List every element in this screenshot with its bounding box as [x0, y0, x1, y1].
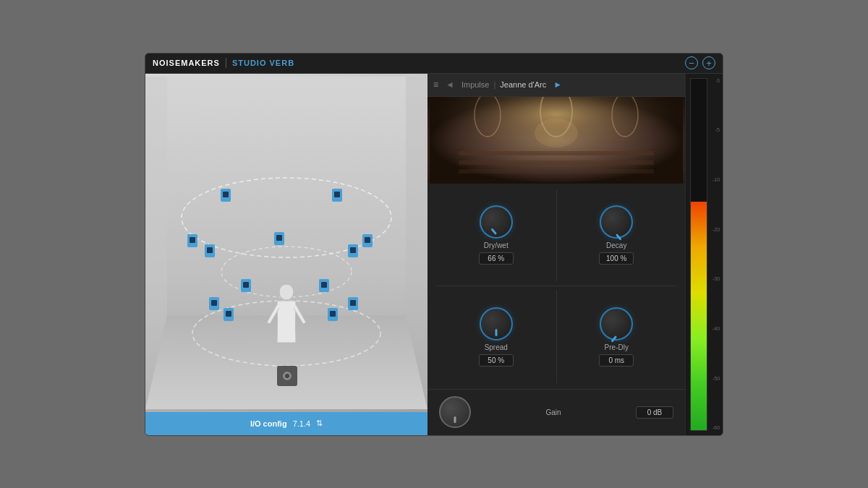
- menu-icon[interactable]: ≡: [433, 80, 438, 90]
- room-img-inner: [427, 97, 685, 184]
- title-bar-right: − +: [685, 56, 715, 69]
- svg-rect-22: [243, 282, 249, 288]
- main-content: I/O config 7.1.4 ⇅ ≡ ◄ Impulse | Jeanne …: [145, 74, 723, 435]
- plugin-name: STUDIO VERB: [232, 59, 294, 67]
- vu-tick-60: -60: [712, 425, 720, 430]
- svg-rect-18: [350, 247, 356, 253]
- knob-row-1: Dry/wet 66 % Decay 100 %: [436, 189, 676, 282]
- impulse-header: ≡ ◄ Impulse | Jeanne d'Arc ►: [427, 74, 685, 97]
- predly-section: Pre-Dly 0 ms: [557, 291, 677, 383]
- plugin-window: NOISEMAKERS STUDIO VERB − +: [145, 53, 723, 436]
- spread-label: Spread: [485, 343, 508, 351]
- io-config-bar[interactable]: I/O config 7.1.4 ⇅: [145, 412, 427, 435]
- impulse-separator: |: [493, 80, 495, 89]
- maximize-button[interactable]: +: [702, 56, 715, 69]
- svg-rect-43: [459, 160, 654, 165]
- room-image: [427, 97, 685, 184]
- prev-impulse-button[interactable]: ◄: [443, 78, 457, 91]
- svg-rect-10: [334, 192, 340, 197]
- knob-row-2: Spread 50 % Pre-Dly 0 ms: [436, 291, 676, 383]
- gain-label: Gain: [482, 408, 624, 416]
- predly-label: Pre-Dly: [605, 343, 629, 351]
- svg-rect-14: [207, 247, 213, 253]
- io-config-label: I/O config: [250, 419, 287, 428]
- decay-label: Decay: [606, 241, 626, 249]
- left-panel: I/O config 7.1.4 ⇅: [145, 74, 427, 435]
- knob-row-divider: [436, 286, 676, 286]
- svg-rect-12: [190, 237, 195, 243]
- vu-scale: 0 -5 -10 -20 -30 -40 -50 -60: [712, 78, 720, 431]
- vu-bar: [691, 202, 707, 430]
- gain-value[interactable]: 0 dB: [636, 406, 673, 419]
- svg-rect-30: [226, 311, 231, 317]
- svg-rect-28: [350, 300, 356, 306]
- vu-tick-0: 0: [712, 78, 720, 83]
- predly-knob[interactable]: [600, 307, 633, 341]
- spread-section: Spread 50 %: [436, 291, 557, 383]
- spread-value[interactable]: 50 %: [479, 354, 514, 367]
- knobs-area: Dry/wet 66 % Decay 100 %: [427, 184, 685, 389]
- vu-tick-20: -20: [712, 227, 720, 232]
- svg-point-33: [279, 284, 294, 300]
- svg-rect-20: [276, 235, 282, 241]
- svg-rect-44: [459, 169, 654, 174]
- svg-rect-42: [459, 151, 654, 155]
- vu-meter-panel: 0 -5 -10 -20 -30 -40 -50 -60: [685, 74, 723, 435]
- impulse-label: Impulse: [461, 80, 490, 89]
- vu-tick-40: -40: [712, 326, 720, 331]
- gain-knob[interactable]: [439, 396, 471, 428]
- io-config-value: 7.1.4: [293, 419, 310, 428]
- gain-row: Gain 0 dB: [427, 389, 685, 435]
- decay-section: Decay 100 %: [557, 189, 677, 282]
- predly-value[interactable]: 0 ms: [599, 354, 634, 367]
- decay-value[interactable]: 100 %: [599, 252, 634, 265]
- title-divider: [226, 58, 226, 68]
- vu-tick-30: -30: [712, 276, 720, 281]
- drywet-value[interactable]: 66 %: [479, 252, 514, 265]
- drywet-label: Dry/wet: [484, 241, 509, 249]
- room-3d-view: [145, 74, 427, 412]
- vu-tick-5: -5: [712, 127, 720, 132]
- spread-knob[interactable]: [480, 307, 513, 341]
- brand-name: NOISEMAKERS: [153, 59, 220, 67]
- vu-bar-container: [690, 78, 707, 431]
- impulse-name: Jeanne d'Arc: [500, 80, 546, 89]
- drywet-section: Dry/wet 66 %: [436, 189, 557, 282]
- svg-rect-32: [330, 311, 336, 317]
- controls-panel: ≡ ◄ Impulse | Jeanne d'Arc ►: [427, 74, 685, 435]
- title-bar-left: NOISEMAKERS STUDIO VERB: [153, 58, 294, 68]
- right-panel: ≡ ◄ Impulse | Jeanne d'Arc ►: [427, 74, 723, 435]
- title-bar: NOISEMAKERS STUDIO VERB − +: [145, 53, 723, 74]
- vu-tick-10: -10: [712, 177, 720, 182]
- svg-rect-24: [321, 282, 327, 288]
- svg-rect-16: [365, 237, 370, 243]
- io-arrows[interactable]: ⇅: [316, 419, 323, 428]
- minimize-button[interactable]: −: [685, 56, 698, 69]
- decay-knob[interactable]: [600, 205, 633, 239]
- next-impulse-button[interactable]: ►: [550, 78, 565, 91]
- svg-rect-26: [211, 300, 217, 306]
- drywet-knob[interactable]: [480, 205, 513, 239]
- svg-rect-8: [223, 192, 229, 197]
- vu-tick-50: -50: [712, 376, 720, 381]
- svg-point-36: [285, 374, 289, 378]
- svg-point-45: [535, 119, 578, 147]
